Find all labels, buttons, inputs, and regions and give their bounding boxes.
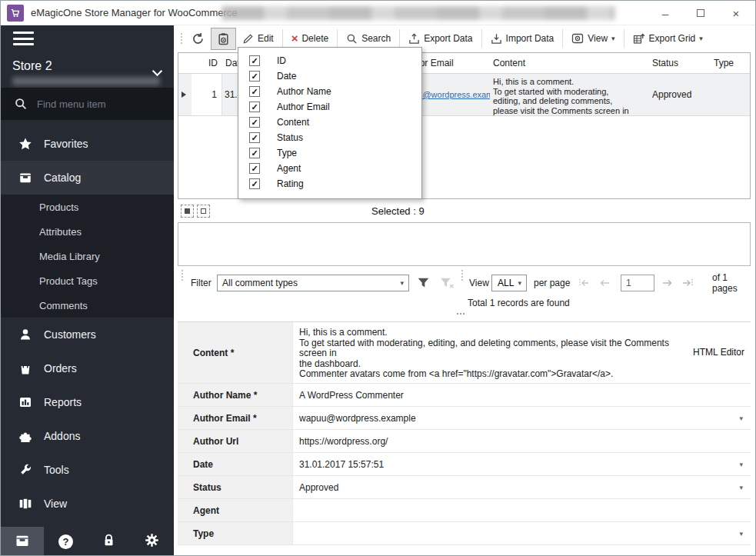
page-number-input[interactable] bbox=[621, 275, 654, 291]
help-icon: ? bbox=[58, 534, 73, 549]
checkbox-checked-icon[interactable]: ✓ bbox=[249, 71, 260, 82]
dropdown-arrow-icon[interactable]: ▾ bbox=[739, 530, 743, 538]
column-header-status[interactable]: Status bbox=[650, 58, 711, 68]
star-icon bbox=[18, 137, 32, 151]
close-button[interactable]: × bbox=[718, 1, 754, 25]
checkbox-checked-icon[interactable]: ✓ bbox=[249, 86, 260, 97]
column-header-content[interactable]: Content bbox=[490, 58, 650, 68]
pager-drag-handle[interactable] bbox=[458, 270, 466, 296]
import-icon bbox=[491, 33, 502, 45]
redacted-text bbox=[221, 6, 615, 20]
column-menu-item-agent[interactable]: ✓ Agent bbox=[238, 161, 421, 176]
column-menu-item-id[interactable]: ✓ ID bbox=[238, 53, 421, 68]
sidebar-item-catalog[interactable]: Catalog bbox=[1, 161, 174, 195]
column-menu-item-type[interactable]: ✓ Type bbox=[238, 145, 421, 161]
page-size-select[interactable]: ALL ▾ bbox=[491, 275, 527, 291]
sidebar: Store 2 Favorites Catalog Prod bbox=[1, 25, 174, 556]
checkbox-checked-icon[interactable]: ✓ bbox=[249, 55, 260, 66]
dropdown-arrow-icon[interactable]: ▾ bbox=[739, 461, 743, 468]
sidebar-bottom-bar: ? bbox=[1, 527, 174, 556]
minimize-button[interactable]: – bbox=[648, 1, 683, 25]
column-menu-item-date[interactable]: ✓ Date bbox=[238, 68, 421, 84]
sidebar-item-customers[interactable]: Customers bbox=[1, 318, 174, 351]
dropdown-arrow-icon[interactable]: ▾ bbox=[739, 415, 743, 422]
refresh-button[interactable] bbox=[185, 28, 211, 50]
sidebar-item-addons[interactable]: Addons bbox=[1, 419, 174, 453]
sidebar-item-products[interactable]: Products bbox=[1, 195, 174, 219]
help-button[interactable]: ? bbox=[44, 527, 87, 556]
save-archive-icon bbox=[15, 533, 30, 551]
field-label: Status bbox=[178, 476, 293, 498]
dropdown-arrow-icon[interactable]: ▾ bbox=[739, 484, 743, 491]
deselect-all-button[interactable] bbox=[197, 205, 210, 218]
author-name-field[interactable]: A WordPress Commenter bbox=[293, 384, 751, 406]
last-page-button[interactable] bbox=[681, 270, 695, 296]
status-field[interactable]: Approved ▾ bbox=[293, 476, 751, 498]
checkbox-checked-icon[interactable]: ✓ bbox=[249, 163, 260, 174]
wrench-icon bbox=[18, 463, 32, 477]
column-header-type[interactable]: Type bbox=[711, 58, 751, 68]
search-input[interactable] bbox=[37, 98, 152, 110]
sidebar-item-tools[interactable]: Tools bbox=[1, 453, 174, 487]
first-page-icon bbox=[577, 278, 591, 288]
records-total: Total 1 records are found bbox=[468, 298, 570, 308]
first-page-button[interactable] bbox=[577, 270, 591, 296]
clear-filter-button[interactable] bbox=[440, 270, 455, 296]
date-field[interactable]: 31.01.2017 15:57:51 ▾ bbox=[293, 453, 751, 475]
column-menu-item-author-name[interactable]: ✓ Author Name bbox=[238, 84, 421, 99]
column-menu-item-author-email[interactable]: ✓ Author Email bbox=[238, 99, 421, 115]
agent-field[interactable] bbox=[293, 499, 751, 521]
export-grid-button[interactable]: Export Grid ▾ bbox=[627, 28, 709, 49]
column-menu-item-status[interactable]: ✓ Status bbox=[238, 130, 421, 145]
sidebar-item-favorites[interactable]: Favorites bbox=[1, 127, 174, 161]
column-menu-item-content[interactable]: ✓ Content bbox=[238, 115, 421, 130]
sidebar-search bbox=[1, 88, 174, 120]
sidebar-item-product-tags[interactable]: Product Tags bbox=[1, 268, 174, 293]
select-all-button[interactable] bbox=[181, 205, 194, 218]
filter-drag-handle[interactable] bbox=[178, 270, 186, 296]
sidebar-item-orders[interactable]: Orders bbox=[1, 351, 174, 385]
per-page-label: per page bbox=[534, 270, 570, 296]
splitter-grip[interactable] bbox=[457, 313, 465, 315]
comment-type-filter-select[interactable]: All comment types ▾ bbox=[217, 275, 409, 291]
author-email-field[interactable]: wapuu@wordpress.example ▾ bbox=[293, 407, 751, 429]
html-editor-link[interactable]: HTML Editor bbox=[693, 347, 744, 358]
store-connection-button[interactable] bbox=[1, 527, 44, 556]
type-field[interactable]: ▾ bbox=[293, 522, 751, 544]
toolbar-drag-handle[interactable] bbox=[178, 33, 185, 44]
checkbox-checked-icon[interactable]: ✓ bbox=[249, 102, 260, 112]
checkbox-checked-icon[interactable]: ✓ bbox=[249, 117, 260, 128]
column-header-id[interactable]: ID bbox=[191, 58, 222, 68]
checkbox-checked-icon[interactable]: ✓ bbox=[249, 148, 260, 158]
content-field[interactable]: Hi, this is a comment. To get started wi… bbox=[293, 322, 751, 383]
sidebar-item-view[interactable]: View bbox=[1, 487, 174, 521]
author-url-field[interactable]: https://wordpress.org/ bbox=[293, 430, 751, 452]
checkbox-checked-icon[interactable]: ✓ bbox=[249, 132, 260, 143]
store-selector[interactable]: Store 2 bbox=[12, 59, 52, 73]
search-button[interactable]: Search bbox=[340, 28, 397, 49]
maximize-button[interactable] bbox=[683, 1, 718, 25]
lock-button[interactable] bbox=[88, 527, 131, 556]
delete-button[interactable]: × Delete bbox=[285, 28, 335, 48]
apply-filter-button[interactable] bbox=[417, 270, 430, 296]
column-menu-item-rating[interactable]: ✓ Rating bbox=[238, 176, 421, 191]
filter-bar: Filter All comment types ▾ View ALL ▾ pe… bbox=[174, 270, 755, 296]
sidebar-item-comments[interactable]: Comments bbox=[1, 293, 174, 318]
field-label: Content * bbox=[178, 322, 293, 383]
sidebar-item-attributes[interactable]: Attributes bbox=[1, 219, 174, 244]
gear-icon bbox=[145, 533, 159, 551]
checkbox-checked-icon[interactable]: ✓ bbox=[249, 178, 260, 189]
hamburger-menu-icon[interactable] bbox=[13, 32, 34, 49]
import-data-button[interactable]: Import Data bbox=[485, 28, 561, 49]
column-picker-button[interactable] bbox=[211, 28, 236, 50]
next-page-button[interactable] bbox=[661, 270, 674, 296]
settings-button[interactable] bbox=[131, 527, 174, 556]
titlebar: eMagicOne Store Manager for WooCommerce … bbox=[1, 1, 755, 25]
field-label: Agent bbox=[178, 499, 293, 521]
edit-button[interactable]: Edit bbox=[236, 28, 280, 49]
sidebar-item-media-library[interactable]: Media Library bbox=[1, 244, 174, 268]
view-menu-button[interactable]: View ▾ bbox=[565, 28, 621, 49]
export-data-button[interactable]: Export Data bbox=[402, 28, 478, 49]
previous-page-button[interactable] bbox=[598, 270, 611, 296]
sidebar-item-reports[interactable]: Reports bbox=[1, 385, 174, 419]
